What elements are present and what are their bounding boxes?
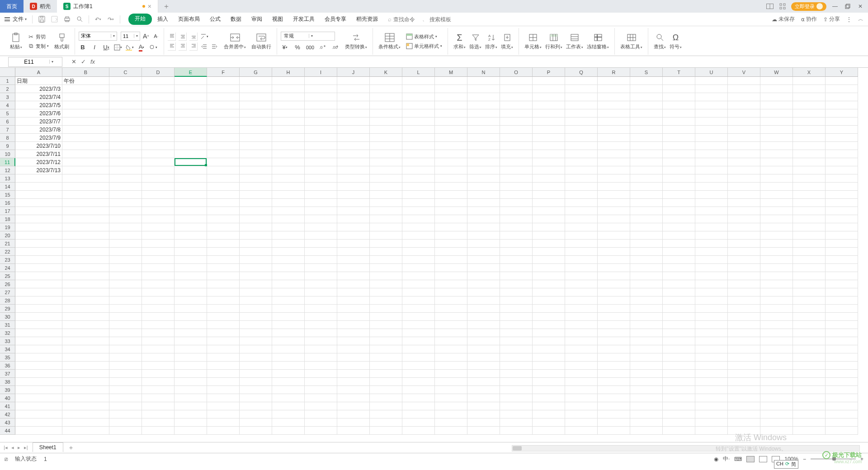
cell-Y44[interactable]	[826, 427, 858, 435]
cell-F1[interactable]	[207, 77, 240, 85]
cell-C9[interactable]	[109, 142, 142, 150]
cell-S34[interactable]	[630, 345, 663, 353]
cell-P18[interactable]	[533, 215, 565, 223]
cell-L6[interactable]	[402, 118, 435, 126]
cell-U6[interactable]	[695, 118, 728, 126]
cell-G9[interactable]	[240, 142, 272, 150]
cell-Y19[interactable]	[826, 223, 858, 231]
cell-S13[interactable]	[630, 174, 663, 183]
col-header-V[interactable]: V	[728, 68, 760, 77]
cell-T37[interactable]	[663, 370, 695, 378]
cell-U38[interactable]	[695, 378, 728, 386]
cell-S5[interactable]	[630, 109, 663, 118]
cell-O3[interactable]	[500, 93, 533, 101]
cell-S24[interactable]	[630, 264, 663, 272]
cell-J25[interactable]	[337, 272, 370, 280]
cell-Q12[interactable]	[565, 166, 598, 174]
cell-Y7[interactable]	[826, 126, 858, 134]
cell-O37[interactable]	[500, 370, 533, 378]
cell-Q23[interactable]	[565, 256, 598, 264]
cell-W16[interactable]	[760, 199, 793, 207]
cell-G14[interactable]	[240, 183, 272, 191]
cell-M12[interactable]	[435, 166, 467, 174]
cell-A31[interactable]	[15, 321, 62, 329]
cell-P12[interactable]	[533, 166, 565, 174]
cell-N6[interactable]	[467, 118, 500, 126]
cell-H43[interactable]	[272, 418, 305, 427]
cell-T20[interactable]	[663, 231, 695, 240]
cell-L14[interactable]	[402, 183, 435, 191]
cell-U24[interactable]	[695, 264, 728, 272]
cell-J11[interactable]	[337, 158, 370, 166]
cell-M25[interactable]	[435, 272, 467, 280]
cell-S8[interactable]	[630, 134, 663, 142]
cell-U23[interactable]	[695, 256, 728, 264]
cell-T27[interactable]	[663, 288, 695, 296]
cell-V12[interactable]	[728, 166, 760, 174]
cell-R13[interactable]	[598, 174, 630, 183]
cell-G33[interactable]	[240, 337, 272, 345]
cell-P24[interactable]	[533, 264, 565, 272]
cell-T14[interactable]	[663, 183, 695, 191]
cell-Q10[interactable]	[565, 150, 598, 158]
cell-D35[interactable]	[142, 353, 175, 362]
cell-P43[interactable]	[533, 418, 565, 427]
cell-T11[interactable]	[663, 158, 695, 166]
cell-O27[interactable]	[500, 288, 533, 296]
row-header-31[interactable]: 31	[0, 321, 15, 329]
cell-Q4[interactable]	[565, 101, 598, 109]
cell-E38[interactable]	[175, 378, 207, 386]
cell-E5[interactable]	[175, 109, 207, 118]
cell-M10[interactable]	[435, 150, 467, 158]
cell-E44[interactable]	[175, 427, 207, 435]
cell-H10[interactable]	[272, 150, 305, 158]
fill-color-button[interactable]: ▾	[126, 43, 134, 52]
coop-button[interactable]: ⍺协作	[801, 15, 817, 23]
cell-R21[interactable]	[598, 240, 630, 248]
cell-T28[interactable]	[663, 296, 695, 305]
cell-C17[interactable]	[109, 207, 142, 215]
cell-W29[interactable]	[760, 305, 793, 313]
cell-Y9[interactable]	[826, 142, 858, 150]
cell-V43[interactable]	[728, 418, 760, 427]
cell-W24[interactable]	[760, 264, 793, 272]
command-search-input[interactable]	[393, 16, 420, 23]
col-header-D[interactable]: D	[142, 68, 175, 77]
ribbon-tab-8[interactable]: 会员专享	[320, 14, 351, 25]
cell-U8[interactable]	[695, 134, 728, 142]
cell-D38[interactable]	[142, 378, 175, 386]
cell-R19[interactable]	[598, 223, 630, 231]
cell-K32[interactable]	[370, 329, 402, 337]
cell-O24[interactable]	[500, 264, 533, 272]
cell-V23[interactable]	[728, 256, 760, 264]
cell-A33[interactable]	[15, 337, 62, 345]
cell-L18[interactable]	[402, 215, 435, 223]
cell-G38[interactable]	[240, 378, 272, 386]
cell-X35[interactable]	[793, 353, 826, 362]
cell-I33[interactable]	[305, 337, 337, 345]
cell-Q5[interactable]	[565, 109, 598, 118]
row-header-8[interactable]: 8	[0, 134, 15, 142]
cell-C8[interactable]	[109, 134, 142, 142]
col-header-W[interactable]: W	[760, 68, 793, 77]
cell-E6[interactable]	[175, 118, 207, 126]
cell-R8[interactable]	[598, 134, 630, 142]
row-header-9[interactable]: 9	[0, 142, 15, 150]
row-header-27[interactable]: 27	[0, 288, 15, 296]
cell-M19[interactable]	[435, 223, 467, 231]
cell-Q2[interactable]	[565, 85, 598, 93]
cell-P25[interactable]	[533, 272, 565, 280]
row-header-3[interactable]: 3	[0, 93, 15, 101]
cell-Q39[interactable]	[565, 386, 598, 394]
cell-I7[interactable]	[305, 126, 337, 134]
cell-P15[interactable]	[533, 191, 565, 199]
cell-I38[interactable]	[305, 378, 337, 386]
increase-font-button[interactable]: A+	[142, 32, 150, 40]
cell-L33[interactable]	[402, 337, 435, 345]
cell-B26[interactable]	[62, 280, 109, 288]
cell-Q44[interactable]	[565, 427, 598, 435]
cell-J13[interactable]	[337, 174, 370, 183]
cell-H31[interactable]	[272, 321, 305, 329]
cell-O16[interactable]	[500, 199, 533, 207]
cell-P35[interactable]	[533, 353, 565, 362]
